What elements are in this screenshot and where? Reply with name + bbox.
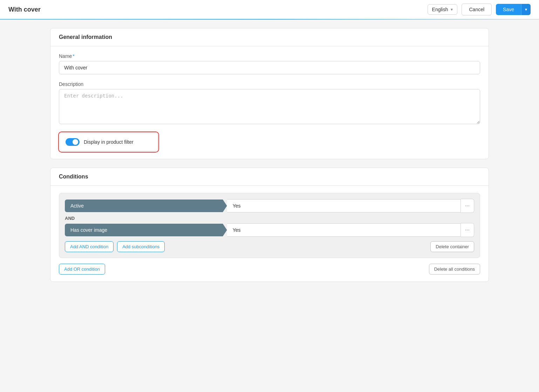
conditions-title: Conditions [59,174,88,180]
description-textarea[interactable] [59,89,480,124]
conditions-header: Conditions [50,168,489,186]
display-in-filter-label: Display in product filter [84,139,134,145]
and-separator: AND [65,216,474,221]
toggle-highlight-wrapper: Display in product filter [59,132,158,152]
outer-actions: Add OR condition Delete all conditions [59,264,480,275]
delete-all-conditions-button[interactable]: Delete all conditions [429,264,480,275]
description-label: Description [59,81,480,87]
save-dropdown-button[interactable]: ▾ [521,4,531,15]
delete-container-button[interactable]: Delete container [430,241,474,252]
general-info-header: General information [50,28,489,46]
conditions-card: Conditions Active Yes ··· AND Has cover … [50,168,489,282]
cancel-button[interactable]: Cancel [462,4,492,15]
add-subconditions-button[interactable]: Add subconditions [117,241,165,252]
name-input[interactable] [59,61,480,74]
required-indicator: * [73,53,74,59]
header-actions: English ▾ Cancel Save ▾ [428,4,531,15]
condition-row-cover: Has cover image Yes ··· [65,223,474,237]
save-button[interactable]: Save [496,4,521,15]
condition-row-active: Active Yes ··· [65,199,474,213]
condition-active-menu-button[interactable]: ··· [461,199,474,213]
ellipsis-icon: ··· [465,227,470,233]
language-selector[interactable]: English ▾ [428,4,458,15]
condition-active-label: Active [65,200,227,212]
header: With cover English ▾ Cancel Save ▾ [0,0,539,20]
ellipsis-icon: ··· [465,203,470,209]
save-button-group: Save ▾ [496,4,531,15]
conditions-container: Active Yes ··· AND Has cover image Yes ·… [59,193,480,258]
condition-cover-menu-button[interactable]: ··· [461,223,474,237]
toggle-slider [66,138,80,146]
display-in-filter-row: Display in product filter [60,133,158,151]
add-and-condition-button[interactable]: Add AND condition [65,241,114,252]
conditions-body: Active Yes ··· AND Has cover image Yes ·… [50,186,489,282]
display-in-filter-toggle[interactable] [66,138,80,146]
condition-active-value: Yes [227,199,461,212]
main-content: General information Name* Description [42,20,497,299]
condition-cover-label: Has cover image [65,224,227,236]
chevron-down-icon: ▾ [451,7,453,12]
general-info-title: General information [59,34,112,40]
name-field: Name* [59,53,480,74]
general-info-card: General information Name* Description [50,28,489,159]
language-label: English [432,7,448,12]
name-label: Name* [59,53,480,59]
general-info-body: Name* Description Display in product fil… [50,46,489,159]
container-actions: Add AND condition Add subconditions Dele… [65,241,474,252]
container-actions-left: Add AND condition Add subconditions [65,241,165,252]
add-or-condition-button[interactable]: Add OR condition [59,264,105,275]
page-title: With cover [8,6,41,13]
chevron-down-icon: ▾ [525,7,527,12]
condition-cover-value: Yes [227,223,461,237]
description-field: Description [59,81,480,125]
